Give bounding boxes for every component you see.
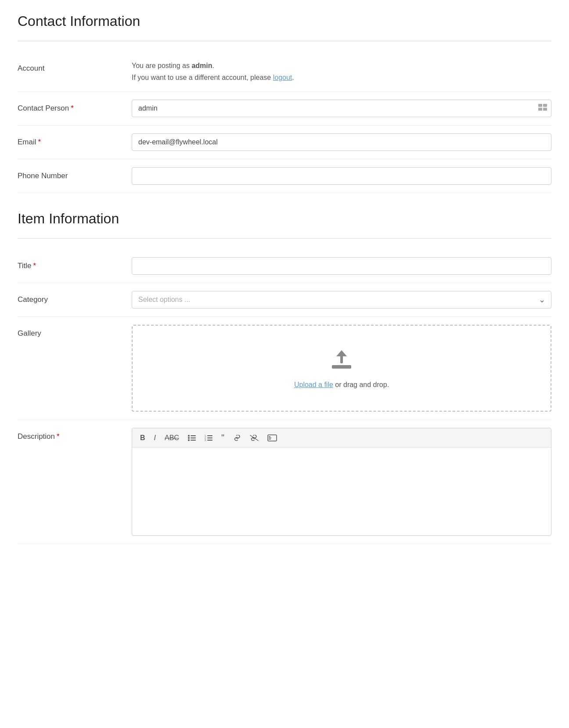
svg-rect-1 bbox=[538, 108, 542, 111]
svg-rect-14 bbox=[207, 435, 212, 436]
email-row: Email* bbox=[18, 126, 551, 159]
title-label: Title* bbox=[18, 257, 132, 270]
title-required: * bbox=[33, 262, 36, 270]
contact-person-label: Contact Person* bbox=[18, 100, 132, 113]
gallery-dropzone[interactable]: Upload a file or drag and drop. bbox=[132, 325, 551, 412]
phone-row: Phone Number bbox=[18, 159, 551, 193]
contact-person-icon bbox=[538, 104, 547, 113]
svg-rect-8 bbox=[191, 435, 196, 436]
gallery-label: Gallery bbox=[18, 325, 132, 338]
logout-link[interactable]: logout bbox=[273, 74, 292, 81]
category-row: Category Select options ... ⌄ bbox=[18, 283, 551, 317]
upload-icon bbox=[328, 348, 355, 374]
contact-divider bbox=[18, 41, 551, 41]
account-info: You are posting as admin. If you want to… bbox=[132, 60, 551, 83]
svg-rect-22 bbox=[269, 438, 271, 438]
title-input[interactable] bbox=[132, 257, 551, 275]
contact-person-row: Contact Person* bbox=[18, 92, 551, 126]
contact-section-title: Contact Information bbox=[18, 13, 551, 34]
item-divider bbox=[18, 238, 551, 239]
svg-rect-21 bbox=[269, 436, 270, 437]
upload-icon-wrapper bbox=[328, 348, 355, 374]
ordered-list-button[interactable]: 1.2.3. bbox=[202, 434, 215, 442]
description-label: Description* bbox=[18, 428, 132, 441]
email-required: * bbox=[38, 138, 41, 146]
italic-button[interactable]: I bbox=[151, 433, 158, 443]
svg-point-11 bbox=[188, 439, 190, 441]
title-row: Title* bbox=[18, 249, 551, 283]
category-placeholder: Select options ... bbox=[138, 296, 190, 304]
contact-person-input[interactable] bbox=[132, 100, 551, 117]
account-username: admin bbox=[191, 62, 212, 69]
editor-toolbar: B I ABC 1.2.3. " bbox=[132, 428, 551, 448]
source-button[interactable] bbox=[265, 434, 280, 442]
title-field-wrapper bbox=[132, 257, 551, 275]
contact-person-field bbox=[132, 100, 551, 117]
gallery-drag-text: or drag and drop. bbox=[333, 381, 389, 388]
svg-rect-18 bbox=[207, 440, 212, 441]
email-input[interactable] bbox=[132, 133, 551, 151]
email-label: Email* bbox=[18, 133, 132, 147]
category-dropdown-icon: ⌄ bbox=[539, 295, 545, 305]
svg-rect-16 bbox=[207, 438, 212, 438]
svg-rect-23 bbox=[269, 439, 271, 440]
account-line1: You are posting as admin. bbox=[132, 60, 551, 72]
phone-input[interactable] bbox=[132, 167, 551, 185]
svg-marker-6 bbox=[336, 350, 347, 356]
contact-person-wrapper bbox=[132, 100, 551, 117]
svg-rect-2 bbox=[543, 104, 547, 107]
item-section: Item Information Title* Category Select … bbox=[18, 211, 551, 544]
svg-point-7 bbox=[188, 435, 190, 437]
svg-point-9 bbox=[188, 437, 190, 439]
description-row: Description* B I ABC 1.2.3. " bbox=[18, 420, 551, 544]
account-line2: If you want to use a different account, … bbox=[132, 72, 551, 83]
gallery-text: Upload a file or drag and drop. bbox=[294, 381, 389, 389]
category-select[interactable]: Select options ... ⌄ bbox=[132, 291, 551, 308]
account-label: Account bbox=[18, 60, 132, 73]
bold-button[interactable]: B bbox=[137, 433, 148, 443]
contact-person-required: * bbox=[71, 104, 74, 112]
description-required: * bbox=[57, 432, 60, 441]
email-field-wrapper bbox=[132, 133, 551, 151]
svg-rect-4 bbox=[332, 365, 351, 369]
svg-text:3.: 3. bbox=[205, 439, 206, 441]
unlink-button[interactable] bbox=[247, 434, 261, 442]
category-label: Category bbox=[18, 291, 132, 304]
upload-file-link[interactable]: Upload a file bbox=[294, 381, 333, 388]
blockquote-button[interactable]: " bbox=[219, 432, 227, 444]
svg-rect-10 bbox=[191, 438, 196, 438]
category-select-wrapper: Select options ... ⌄ bbox=[132, 291, 551, 308]
link-button[interactable] bbox=[230, 434, 244, 442]
account-row: Account You are posting as admin. If you… bbox=[18, 52, 551, 92]
phone-label: Phone Number bbox=[18, 167, 132, 180]
description-field-wrapper: B I ABC 1.2.3. " bbox=[132, 428, 551, 536]
category-field-wrapper: Select options ... ⌄ bbox=[132, 291, 551, 308]
item-section-title: Item Information bbox=[18, 211, 551, 231]
gallery-field-wrapper: Upload a file or drag and drop. bbox=[132, 325, 551, 412]
gallery-row: Gallery Upload a file or drag and drop. bbox=[18, 317, 551, 420]
description-content[interactable] bbox=[132, 448, 551, 535]
svg-rect-3 bbox=[543, 108, 547, 111]
unordered-list-button[interactable] bbox=[185, 434, 198, 442]
description-editor: B I ABC 1.2.3. " bbox=[132, 428, 551, 536]
strikethrough-button[interactable]: ABC bbox=[162, 433, 182, 443]
phone-field-wrapper bbox=[132, 167, 551, 185]
svg-rect-12 bbox=[191, 440, 196, 441]
svg-rect-0 bbox=[538, 104, 542, 107]
